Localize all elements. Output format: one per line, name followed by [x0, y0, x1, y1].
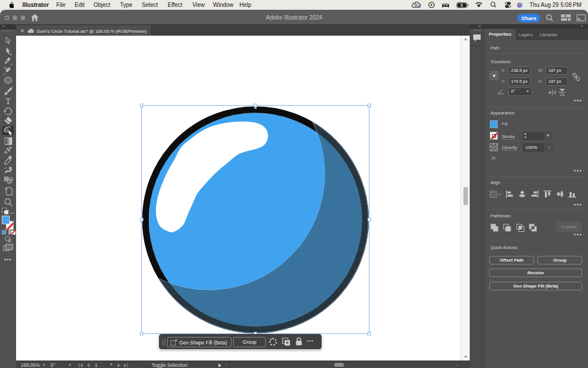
svg-text:T: T	[5, 97, 10, 105]
